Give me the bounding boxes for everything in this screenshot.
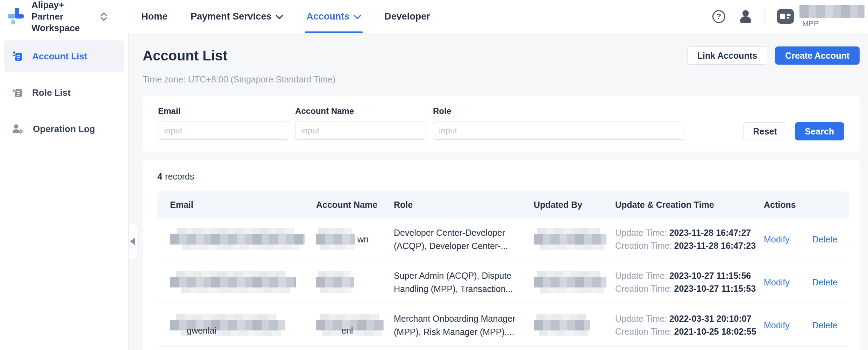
- redacted-account-name: [799, 5, 865, 18]
- nav-accounts[interactable]: Accounts: [305, 0, 363, 33]
- role-cell: Merchant Onboarding Manager (MPP), Risk …: [394, 312, 527, 338]
- redacted-email: [170, 234, 305, 245]
- col-role: Role: [394, 200, 534, 210]
- email-input[interactable]: [158, 122, 288, 140]
- redacted-email: [170, 277, 296, 287]
- main-nav: Home Payment Services Accounts Developer: [140, 0, 452, 33]
- sidebar-item-operation-log[interactable]: Operation Log: [4, 113, 124, 145]
- chevron-down-icon: [276, 15, 283, 19]
- table-row: gwenlai enl Merchant Onboarding Manager …: [157, 304, 849, 347]
- sidebar: Account List Role List: [0, 33, 129, 350]
- sidebar-item-account-list[interactable]: Account List: [4, 40, 124, 72]
- time-cell: Update Time:2023-10-27 11:15:56 Creation…: [615, 269, 764, 295]
- nav-home[interactable]: Home: [140, 0, 169, 33]
- col-update-creation-time: Update & Creation Time: [615, 200, 764, 210]
- time-cell: Update Time:2023-11-28 16:47:27 Creation…: [615, 226, 764, 252]
- workspace-switcher-icon[interactable]: [101, 12, 107, 21]
- workspace-title: Alipay+ Partner Workspace: [31, 0, 94, 34]
- top-bar-right: ? MPP: [712, 5, 868, 28]
- col-updated-by: Updated By: [534, 200, 615, 210]
- search-panel: Email Account Name Role Reset Search: [143, 96, 860, 152]
- sidebar-collapse-handle[interactable]: [129, 223, 138, 260]
- table-header: Email Account Name Role Updated By Updat…: [157, 191, 849, 218]
- delete-link[interactable]: Delete: [812, 234, 838, 244]
- account-table-panel: 4records Email Account Name Role Updated…: [143, 160, 860, 350]
- search-button[interactable]: Search: [795, 122, 844, 140]
- operation-log-icon: [12, 123, 24, 134]
- col-actions: Actions: [764, 200, 844, 210]
- create-account-button[interactable]: Create Account: [775, 46, 860, 65]
- sidebar-item-label: Role List: [32, 87, 71, 98]
- role-cell: Super Admin (ACQP), Dispute Handling (MP…: [394, 269, 527, 296]
- role-field-group: Role: [433, 106, 684, 152]
- top-bar: Alipay+ Partner Workspace Home Payment S…: [0, 0, 868, 33]
- nav-developer[interactable]: Developer: [383, 0, 432, 33]
- main-content: Account List Link Accounts Create Accoun…: [129, 33, 868, 350]
- col-account-name: Account Name: [316, 200, 394, 210]
- redacted-account-name: [316, 277, 354, 287]
- workspace-brand: Alipay+ Partner Workspace: [0, 0, 131, 34]
- header-divider: [764, 9, 765, 24]
- sidebar-item-role-list[interactable]: Role List: [4, 76, 124, 109]
- records-count: 4records: [157, 172, 849, 182]
- chevron-down-icon: [354, 15, 361, 19]
- account-name-field-group: Account Name: [295, 106, 426, 152]
- chevron-left-icon: [130, 238, 135, 245]
- role-input[interactable]: [433, 122, 684, 140]
- account-type-label: MPP: [799, 19, 865, 28]
- delete-link[interactable]: Delete: [812, 320, 838, 330]
- redacted-updated-by: [534, 320, 590, 330]
- current-account[interactable]: MPP: [799, 5, 865, 28]
- sidebar-item-label: Operation Log: [33, 124, 95, 134]
- modify-link[interactable]: Modify: [764, 320, 790, 330]
- reset-button[interactable]: Reset: [743, 122, 787, 140]
- timezone-note: Time zone: UTC+8:00 (Singapore Standard …: [143, 74, 860, 85]
- email-label: Email: [158, 106, 288, 116]
- nav-payment-services[interactable]: Payment Services: [189, 0, 285, 33]
- redacted-updated-by: [534, 277, 606, 287]
- table-row: Super Admin (ACQP), Dispute Handling (MP…: [157, 261, 849, 304]
- role-list-icon: [12, 87, 23, 98]
- page-title: Account List: [143, 48, 227, 64]
- account-name-input[interactable]: [295, 122, 426, 140]
- account-name-label: Account Name: [295, 106, 426, 116]
- modify-link[interactable]: Modify: [764, 277, 790, 287]
- user-icon[interactable]: [739, 9, 753, 23]
- help-icon[interactable]: ?: [712, 10, 725, 23]
- table-row: wn Developer Center-Developer (ACQP), De…: [157, 218, 849, 261]
- col-email: Email: [170, 200, 316, 210]
- redacted-account-name: [316, 234, 355, 245]
- alipay-plus-logo-icon: [8, 7, 26, 26]
- time-cell: Update Time:2022-03-31 20:10:07 Creation…: [615, 312, 764, 338]
- email-field-group: Email: [158, 106, 288, 152]
- redacted-updated-by: [534, 234, 606, 245]
- link-accounts-button[interactable]: Link Accounts: [687, 46, 767, 65]
- account-list-icon: [12, 51, 23, 62]
- role-label: Role: [433, 106, 684, 116]
- workspace-badge-icon[interactable]: [777, 9, 794, 24]
- role-cell: Developer Center-Developer (ACQP), Devel…: [394, 226, 527, 253]
- modify-link[interactable]: Modify: [764, 234, 790, 244]
- sidebar-item-label: Account List: [32, 51, 87, 62]
- delete-link[interactable]: Delete: [812, 277, 838, 287]
